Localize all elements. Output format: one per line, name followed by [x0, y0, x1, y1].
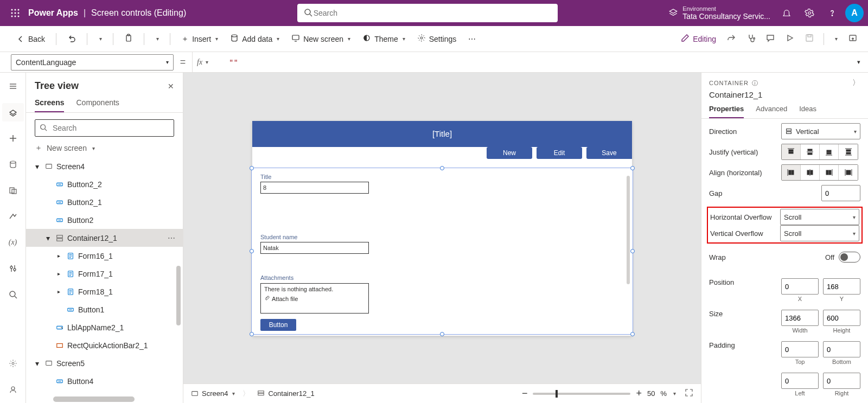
breadcrumb-screen[interactable]: Screen4 ▾: [191, 389, 235, 398]
padding-top-input[interactable]: [781, 341, 819, 357]
help-icon[interactable]: [822, 3, 842, 23]
tab-screens[interactable]: Screens: [35, 98, 64, 112]
voverflow-select[interactable]: Scroll▾: [780, 225, 859, 241]
new-screen-link[interactable]: ＋ New screen ▾: [26, 143, 183, 157]
student-input[interactable]: Natak: [260, 242, 369, 254]
undo-button[interactable]: [63, 31, 80, 46]
attachments-box[interactable]: There is nothing attached. Attach file: [260, 283, 369, 314]
variables-rail-icon[interactable]: (x): [2, 233, 24, 252]
new-pill-button[interactable]: New: [487, 147, 532, 159]
paste-chevron[interactable]: ▾: [151, 34, 163, 44]
preview-button[interactable]: [781, 31, 799, 46]
selected-container[interactable]: Title 8 Student name Natak Attachments T…: [251, 168, 633, 335]
align-stretch-button[interactable]: [839, 165, 858, 180]
insert-rail-icon[interactable]: [2, 129, 24, 148]
justify-start-button[interactable]: [782, 144, 801, 159]
settings-icon[interactable]: [800, 3, 819, 23]
control-name[interactable]: Container12_1: [709, 90, 860, 99]
width-input[interactable]: [781, 310, 819, 326]
gap-input[interactable]: [821, 185, 860, 201]
back-button[interactable]: Back: [12, 33, 49, 46]
tree-node-Screen5[interactable]: ▾Screen5⋯: [26, 354, 183, 372]
notifications-icon[interactable]: [777, 3, 796, 23]
tools-rail-icon[interactable]: [2, 259, 24, 278]
property-selector[interactable]: ContentLanguage ▾: [11, 54, 174, 71]
position-x-input[interactable]: [781, 278, 819, 295]
chevron-down-icon[interactable]: ▾: [33, 359, 41, 368]
resize-handle[interactable]: [630, 249, 635, 253]
theme-button[interactable]: Theme ▾: [358, 31, 410, 46]
search-rail-icon[interactable]: [2, 285, 24, 304]
justify-center-button[interactable]: [801, 144, 820, 159]
hoverflow-select[interactable]: Scroll▾: [780, 209, 859, 225]
tree-horizontal-scrollbar[interactable]: [53, 396, 174, 403]
vertical-scrollbar[interactable]: [176, 266, 181, 325]
comments-button[interactable]: [762, 31, 779, 46]
height-input[interactable]: [823, 310, 860, 326]
tree-node-LblAppName2_1[interactable]: LblAppName2_1⋯: [26, 318, 183, 336]
formula-value[interactable]: "": [229, 58, 238, 67]
tree-node-RectQuickActionBar2_1[interactable]: RectQuickActionBar2_1⋯: [26, 336, 183, 354]
align-start-button[interactable]: [782, 165, 801, 180]
overflow-button[interactable]: ⋯: [464, 33, 480, 46]
tab-properties[interactable]: Properties: [709, 105, 744, 118]
justify-between-button[interactable]: [839, 144, 858, 159]
tree-node-Button2_1[interactable]: Button2_1⋯: [26, 193, 183, 211]
zoom-out-button[interactable]: −: [522, 388, 528, 399]
close-icon[interactable]: ✕: [168, 82, 174, 91]
tree-node-Button3[interactable]: Button3⋯: [26, 390, 183, 394]
save-pill-button[interactable]: Save: [586, 147, 632, 159]
tab-ideas[interactable]: Ideas: [799, 105, 816, 118]
settings-button[interactable]: Settings: [413, 31, 461, 46]
breadcrumb-container[interactable]: Container12_1: [257, 389, 314, 398]
padding-right-input[interactable]: [823, 373, 860, 389]
canvas-stage[interactable]: [Title] New Edit Save: [183, 73, 701, 383]
zoom-chevron[interactable]: ▾: [673, 391, 676, 396]
global-search[interactable]: [297, 4, 558, 22]
ai-rail-icon[interactable]: [2, 380, 24, 399]
tree-node-Button4[interactable]: Button4⋯: [26, 372, 183, 390]
tree-search-input[interactable]: [52, 123, 169, 133]
resize-handle[interactable]: [250, 166, 254, 170]
formula-expand-icon[interactable]: ▾: [850, 59, 868, 66]
align-center-button[interactable]: [801, 165, 820, 180]
insert-button[interactable]: ＋ Insert ▾: [177, 32, 222, 46]
more-icon[interactable]: ⋯: [165, 234, 177, 242]
tree-search[interactable]: [35, 119, 174, 137]
tab-components[interactable]: Components: [76, 98, 119, 112]
media-rail-icon[interactable]: [2, 181, 24, 200]
position-y-input[interactable]: [823, 278, 860, 295]
preview-button-control[interactable]: Button: [260, 319, 296, 331]
edit-pill-button[interactable]: Edit: [537, 147, 582, 159]
tree-node-Form16_1[interactable]: ▸Form16_1⋯: [26, 247, 183, 265]
expand-panel-icon[interactable]: 〉: [852, 78, 860, 88]
flows-rail-icon[interactable]: [2, 207, 24, 226]
container-scrollbar[interactable]: [627, 176, 630, 284]
paste-button[interactable]: [120, 31, 137, 46]
add-data-button[interactable]: Add data ▾: [226, 31, 284, 46]
environment-picker[interactable]: Environment Tata Consultancy Servic...: [668, 5, 770, 21]
app-checker-button[interactable]: [742, 31, 760, 46]
title-input[interactable]: 8: [260, 182, 369, 194]
tree-node-Form17_1[interactable]: ▸Form17_1⋯: [26, 265, 183, 283]
save-chevron[interactable]: ▾: [829, 34, 842, 44]
tree-node-Container12_1[interactable]: ▾Container12_1⋯: [26, 229, 183, 247]
resize-handle[interactable]: [250, 332, 254, 336]
tree-node-Form18_1[interactable]: ▸Form18_1⋯: [26, 283, 183, 300]
publish-button[interactable]: [844, 31, 861, 46]
fx-button[interactable]: fx▾: [193, 58, 213, 67]
hamburger-icon[interactable]: [2, 77, 24, 95]
resize-handle[interactable]: [440, 166, 444, 170]
tab-advanced[interactable]: Advanced: [756, 105, 787, 118]
wrap-toggle[interactable]: [839, 252, 860, 263]
padding-left-input[interactable]: [781, 373, 819, 389]
tree-view-icon[interactable]: [2, 103, 24, 121]
resize-handle[interactable]: [440, 332, 444, 336]
justify-end-button[interactable]: [820, 144, 839, 159]
save-button[interactable]: [801, 31, 818, 46]
new-screen-button[interactable]: New screen ▾: [287, 31, 355, 46]
tree-node-Button2[interactable]: Button2⋯: [26, 211, 183, 229]
resize-handle[interactable]: [630, 332, 635, 336]
chevron-right-icon[interactable]: ▸: [54, 270, 63, 278]
app-launcher-icon[interactable]: [4, 2, 26, 24]
